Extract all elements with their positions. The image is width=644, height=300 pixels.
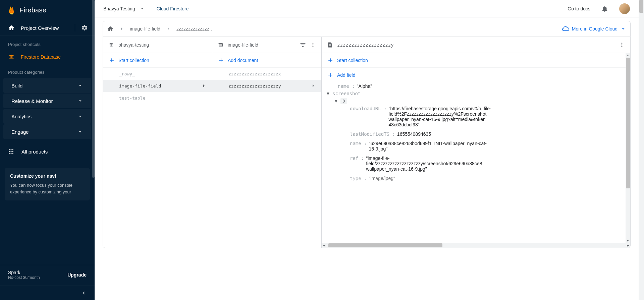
scroll-up-arrow-icon[interactable]: ▲ (626, 53, 630, 58)
horizontal-scrollbar[interactable]: ◀ ▶ (322, 243, 630, 248)
document-item[interactable]: zzzzzzzzzzzzzzzzzzzy (212, 80, 321, 92)
firebase-logo-icon (8, 5, 16, 15)
svg-point-9 (313, 43, 314, 44)
start-collection-label: Start collection (118, 58, 149, 63)
sidebar-scrollbar[interactable] (92, 0, 95, 178)
content-area: image-file-field zzzzzzzzzzzzzz.. More i… (95, 17, 639, 300)
bell-icon[interactable] (601, 5, 608, 12)
filter-icon[interactable] (300, 42, 306, 48)
collections-header: bhavya-testing (103, 37, 212, 53)
expand-triangle-icon[interactable]: ▼ (334, 98, 338, 104)
svg-rect-7 (11, 153, 12, 154)
more-vert-icon[interactable] (310, 42, 316, 48)
home-icon (8, 24, 15, 31)
plan-name: Spark (8, 270, 40, 275)
field-row-name[interactable]: name : "Alpha" (322, 82, 630, 90)
sidebar: Firebase Project Overview Project shortc… (0, 0, 95, 300)
svg-point-14 (622, 46, 623, 47)
document-item[interactable]: zzzzzzzzzzzzzzzzzzzx (212, 68, 321, 80)
scroll-thumb[interactable] (328, 243, 442, 247)
collection-icon (218, 42, 224, 48)
svg-rect-4 (11, 151, 12, 152)
sidebar-item-firestore[interactable]: Firestore Database (0, 50, 95, 64)
cloud-link-label: More in Google Cloud (572, 26, 618, 32)
plan-row: Spark No-cost $0/month Upgrade (0, 265, 95, 285)
vertical-scrollbar[interactable]: ▲ ▼ (626, 53, 630, 243)
divider (75, 24, 75, 32)
firebase-logo-text: Firebase (19, 6, 46, 14)
add-field-label: Add field (337, 72, 355, 78)
scroll-thumb[interactable] (626, 58, 630, 188)
field-row-downloadurl[interactable]: downloadURL : "https://firebasestorage.g… (322, 105, 630, 128)
collection-item[interactable]: image-file-field (103, 80, 212, 92)
shortcuts-header: Project shortcuts (0, 36, 95, 50)
breadcrumb-seg2[interactable]: zzzzzzzzzzzzzz.. (176, 26, 212, 32)
field-list: name : "Alpha" ▼ screenshot ▼ 0 downlo (322, 82, 630, 248)
chevron-down-icon (77, 98, 83, 104)
categories-header: Product categories (0, 64, 95, 78)
start-subcollection-button[interactable]: Start collection (322, 53, 630, 68)
plus-icon (327, 72, 334, 78)
chevron-down-icon (620, 26, 626, 32)
chevron-right-icon (166, 26, 171, 32)
collection-item[interactable]: _rowy_ (103, 68, 212, 80)
category-engage[interactable]: Engage (3, 124, 91, 139)
all-products-nav[interactable]: All products (0, 142, 95, 161)
project-selector[interactable]: Bhavya Testing (103, 6, 135, 11)
scroll-down-arrow-icon[interactable]: ▼ (626, 238, 630, 243)
svg-rect-1 (11, 149, 12, 150)
avatar[interactable] (619, 3, 630, 14)
scroll-left-arrow-icon[interactable]: ◀ (322, 243, 326, 248)
svg-rect-6 (9, 153, 10, 154)
firestore-panels: bhavya-testing Start collection _rowy_ i… (103, 37, 631, 248)
google-cloud-link[interactable]: More in Google Cloud (562, 25, 626, 33)
docs-link[interactable]: Go to docs (568, 6, 590, 11)
scroll-right-arrow-icon[interactable]: ▶ (626, 243, 630, 248)
svg-rect-0 (9, 149, 10, 150)
chevron-down-icon (77, 113, 83, 119)
collection-title: image-file-field (228, 42, 296, 48)
project-overview-label: Project Overview (21, 25, 69, 31)
svg-point-11 (313, 46, 314, 47)
root-title: bhavya-testing (118, 42, 207, 48)
caret-down-icon[interactable] (140, 6, 145, 11)
project-overview-nav[interactable]: Project Overview (0, 20, 95, 36)
category-analytics[interactable]: Analytics (3, 109, 91, 124)
category-release[interactable]: Release & Monitor (3, 94, 91, 108)
main: Bhavya Testing Cloud Firestore Go to doc… (95, 0, 639, 300)
documents-header: image-file-field (212, 37, 321, 53)
field-row-index0[interactable]: ▼ 0 (322, 97, 630, 105)
gear-icon[interactable] (81, 24, 88, 31)
start-collection-button[interactable]: Start collection (103, 53, 212, 68)
svg-point-12 (622, 43, 623, 44)
field-row-type[interactable]: type : "image/jpeg" (322, 175, 630, 182)
firebase-logo-row[interactable]: Firebase (0, 0, 95, 20)
more-vert-icon[interactable] (619, 42, 625, 48)
expand-triangle-icon[interactable]: ▼ (326, 91, 330, 96)
breadcrumb-seg1[interactable]: image-file-field (130, 26, 160, 32)
field-row-lastmodified[interactable]: lastModifiedTS : 1655540894635 (322, 130, 630, 138)
sidebar-collapse-row (0, 286, 95, 300)
page-scrollbar[interactable] (639, 0, 644, 300)
field-row-screenshot[interactable]: ▼ screenshot (322, 90, 630, 97)
firestore-icon (8, 54, 15, 60)
plan-sub: No-cost $0/month (8, 275, 40, 280)
field-row-ref[interactable]: ref : "image-file-field/zzzzzzzzzzzzzzzz… (322, 155, 630, 173)
home-icon[interactable] (107, 25, 114, 32)
svg-rect-2 (12, 149, 13, 150)
chevron-left-icon[interactable] (80, 290, 87, 296)
breadcrumb-row: image-file-field zzzzzzzzzzzzzz.. More i… (103, 21, 631, 37)
chevron-right-icon (119, 26, 124, 32)
chevron-down-icon (77, 129, 83, 135)
collection-item[interactable]: test-table (103, 92, 212, 104)
add-document-button[interactable]: Add document (212, 53, 321, 68)
category-build[interactable]: Build (3, 78, 91, 93)
add-field-button[interactable]: Add field (322, 68, 630, 82)
all-products-label: All products (21, 149, 48, 155)
category-release-label: Release & Monitor (11, 98, 53, 104)
field-row-innername[interactable]: name : "629e690a88ce8268b0d699f1_INIT-wa… (322, 140, 630, 153)
upgrade-button[interactable]: Upgrade (67, 272, 87, 278)
scroll-thumb[interactable] (639, 0, 643, 13)
document-icon (327, 42, 333, 48)
plus-icon (327, 57, 334, 64)
